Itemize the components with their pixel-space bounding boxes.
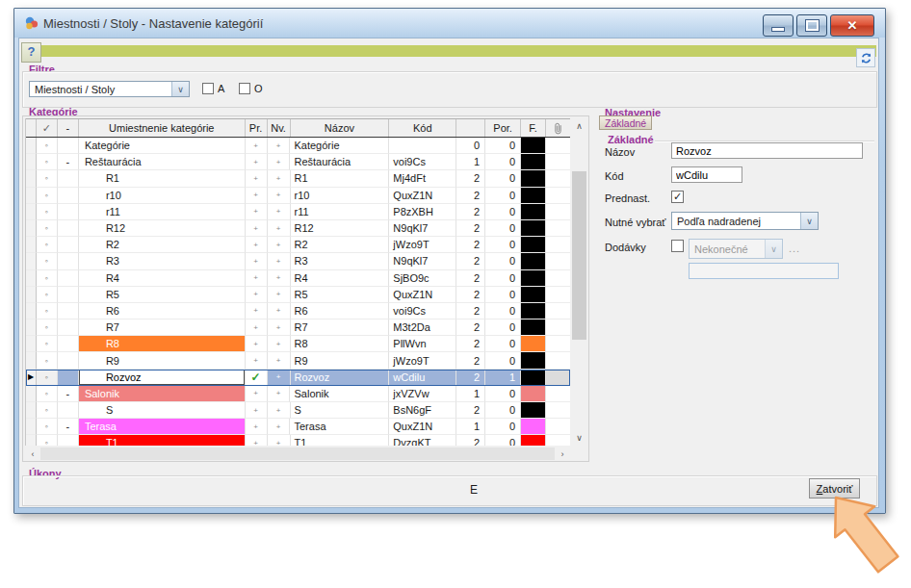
cell-nazov[interactable]: R12 xyxy=(291,220,390,237)
cell-kod[interactable]: QuxZ1N xyxy=(389,188,456,204)
cell-nazov[interactable]: S xyxy=(291,402,390,419)
cell-clip[interactable] xyxy=(546,370,570,386)
cell-por[interactable]: 1 xyxy=(485,370,521,386)
cell-check[interactable]: ◦ xyxy=(37,435,58,446)
cell-pr[interactable]: + xyxy=(246,435,268,446)
cell-nv[interactable]: + xyxy=(268,154,291,170)
cell-lvl[interactable]: 2 xyxy=(456,303,485,320)
cell-minus[interactable] xyxy=(58,402,79,419)
cell-nazov[interactable]: R1 xyxy=(291,170,390,187)
cell-nazov[interactable]: r11 xyxy=(291,204,390,220)
close-button[interactable]: ✕ xyxy=(830,14,874,37)
cell-check[interactable]: ◦ xyxy=(37,170,58,187)
cell-pr[interactable]: + xyxy=(246,320,268,336)
cell-nazov[interactable]: R2 xyxy=(291,237,390,253)
help-button[interactable]: ? xyxy=(21,42,41,63)
cell-nazov[interactable]: Rozvoz xyxy=(291,370,390,386)
cell-lvl[interactable]: 2 xyxy=(456,287,485,303)
cell-marker[interactable] xyxy=(26,402,37,419)
cell-lvl[interactable]: 2 xyxy=(456,237,485,253)
chevron-down-icon[interactable]: ∨ xyxy=(171,82,189,96)
tab-zakladne[interactable]: Základné xyxy=(599,115,652,130)
cell-pr[interactable]: + xyxy=(246,336,268,352)
table-row[interactable]: ◦R5++R5QuxZ1N20 xyxy=(26,287,570,303)
cell-por[interactable]: 0 xyxy=(485,386,521,402)
cell-nazov[interactable]: R7 xyxy=(291,320,390,336)
table-row[interactable]: ◦Kategórie++Kategórie00 xyxy=(26,138,570,154)
cell-por[interactable]: 0 xyxy=(485,287,521,303)
cell-color-swatch[interactable] xyxy=(521,402,546,419)
table-row[interactable]: ◦R4++R4SjBO9c20 xyxy=(26,270,570,287)
cell-kod[interactable]: jWzo9T xyxy=(389,352,456,369)
maximize-button[interactable] xyxy=(796,14,827,37)
cell-lvl[interactable]: 2 xyxy=(456,204,485,220)
minimize-button[interactable] xyxy=(763,14,794,37)
cell-kod[interactable]: N9qKl7 xyxy=(389,220,456,237)
cell-marker[interactable] xyxy=(26,419,37,435)
cell-por[interactable]: 0 xyxy=(485,336,521,352)
refresh-button[interactable] xyxy=(856,48,875,67)
cell-kod[interactable]: BsN6gF xyxy=(389,402,456,419)
cell-lvl[interactable]: 2 xyxy=(456,370,485,386)
cell-lvl[interactable]: 2 xyxy=(456,188,485,204)
cell-kod[interactable]: PllWvn xyxy=(389,336,456,352)
vertical-scroll-thumb[interactable] xyxy=(572,171,586,340)
cell-lvl[interactable]: 2 xyxy=(456,253,485,269)
cell-umiest[interactable]: R8 xyxy=(79,336,246,352)
table-row[interactable]: ◦R12++R12N9qKl720 xyxy=(26,220,570,237)
cell-nazov[interactable]: T1 xyxy=(291,435,390,446)
cell-nv[interactable]: + xyxy=(268,138,291,154)
cell-marker[interactable] xyxy=(26,386,37,402)
cell-check[interactable]: ◦ xyxy=(37,386,58,402)
column-header-umiest[interactable]: Umiestnenie kategórie xyxy=(79,119,246,137)
cell-pr[interactable]: + xyxy=(246,402,268,419)
kod-field[interactable] xyxy=(671,166,742,183)
cell-marker[interactable] xyxy=(26,352,37,369)
horizontal-scroll-thumb[interactable] xyxy=(40,447,555,460)
cell-marker[interactable] xyxy=(26,253,37,269)
cell-color-swatch[interactable] xyxy=(521,287,546,303)
cell-marker[interactable] xyxy=(26,220,37,237)
cell-nazov[interactable]: R8 xyxy=(291,336,390,352)
cell-color-swatch[interactable] xyxy=(521,188,546,204)
cell-minus[interactable] xyxy=(58,204,79,220)
cell-clip[interactable] xyxy=(546,170,570,187)
cell-minus[interactable] xyxy=(58,336,79,352)
cell-minus[interactable] xyxy=(58,237,79,253)
cell-color-swatch[interactable] xyxy=(521,303,546,320)
cell-nv[interactable]: + xyxy=(268,419,291,435)
checkbox-a[interactable] xyxy=(202,83,214,94)
cell-nv[interactable]: + xyxy=(268,204,291,220)
cell-lvl[interactable]: 2 xyxy=(456,402,485,419)
cell-umiest[interactable]: Terasa xyxy=(79,419,246,435)
cell-clip[interactable] xyxy=(546,154,570,170)
cell-nv[interactable]: + xyxy=(268,287,291,303)
cell-pr[interactable]: + xyxy=(246,287,268,303)
table-row[interactable]: ◦R8++R8PllWvn20 xyxy=(26,336,570,352)
cell-clip[interactable] xyxy=(546,435,570,446)
cell-pr[interactable]: + xyxy=(246,154,268,170)
cell-marker[interactable] xyxy=(26,188,37,204)
cell-nv[interactable]: + xyxy=(268,303,291,320)
cell-nazov[interactable]: R5 xyxy=(291,287,390,303)
cell-check[interactable]: ◦ xyxy=(37,204,58,220)
cell-kod[interactable]: P8zXBH xyxy=(389,204,456,220)
checkbox-o[interactable] xyxy=(239,83,250,94)
cell-kod[interactable]: jWzo9T xyxy=(389,237,456,253)
cell-umiest[interactable]: R2 xyxy=(79,237,246,253)
column-header-minus[interactable]: - xyxy=(58,119,79,137)
column-header-pr[interactable]: Pr. xyxy=(246,119,268,137)
cell-umiest[interactable]: R7 xyxy=(79,320,246,336)
cell-nv[interactable]: + xyxy=(268,352,291,369)
cell-pr[interactable]: + xyxy=(246,204,268,220)
cell-por[interactable]: 0 xyxy=(485,154,521,170)
cell-por[interactable]: 0 xyxy=(485,237,521,253)
cell-nazov[interactable]: R9 xyxy=(291,352,390,369)
cell-clip[interactable] xyxy=(546,138,570,154)
cell-color-swatch[interactable] xyxy=(521,435,546,446)
cell-marker[interactable] xyxy=(26,320,37,336)
vertical-scrollbar[interactable]: ∧ ∨ xyxy=(571,118,587,446)
cell-minus[interactable] xyxy=(58,370,79,386)
prednast-checkbox[interactable]: ✓ xyxy=(671,191,684,203)
cell-nazov[interactable]: R4 xyxy=(291,270,390,287)
